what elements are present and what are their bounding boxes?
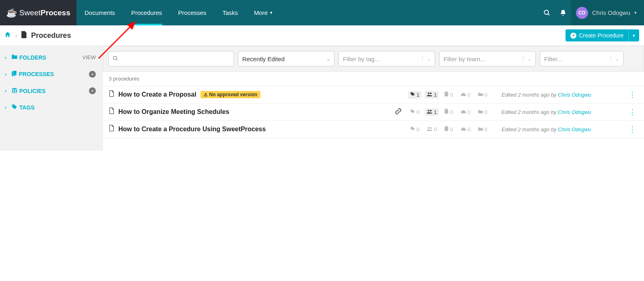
user-menu[interactable]: CO Chris Odogwu ▾ [571, 0, 644, 25]
cloud-icon [460, 109, 466, 115]
svg-rect-17 [445, 127, 448, 131]
tags-icon [11, 104, 18, 111]
author-link[interactable]: Chris Odogwu [558, 109, 591, 115]
metric-people[interactable]: 1 [425, 91, 439, 99]
nav-item-more[interactable]: More▾ [246, 0, 281, 25]
tasks-icon [444, 109, 449, 115]
metric-people[interactable]: 1 [425, 108, 439, 116]
people-icon [427, 109, 433, 115]
row-more-button[interactable]: ⋮ [626, 90, 638, 99]
nav-item-procedures[interactable]: Procedures [123, 0, 170, 25]
row-edited: Edited 2 months ago by Chris Odogwu [502, 92, 622, 98]
svg-rect-9 [445, 92, 448, 97]
document-icon [109, 107, 114, 116]
nav-item-documents[interactable]: Documents [76, 0, 123, 25]
sidebar-item-policies[interactable]: ›POLICIES+ [0, 83, 103, 99]
metric-tasks[interactable]: 0 [442, 91, 455, 99]
chevron-down-icon: ⌄ [523, 56, 531, 62]
metric-cloud[interactable]: 0 [458, 108, 473, 116]
svg-point-15 [428, 127, 429, 128]
metric-tasks[interactable]: 0 [442, 125, 455, 133]
metric-tags[interactable]: 0 [408, 126, 421, 133]
svg-point-12 [430, 110, 431, 111]
metric-folder[interactable]: 0 [476, 108, 489, 116]
logo[interactable]: ☕ SweetProcess [0, 0, 76, 25]
svg-rect-10 [446, 91, 447, 93]
processes-icon [11, 70, 17, 78]
sidebar-item-processes[interactable]: ›PROCESSES+ [0, 66, 103, 83]
search-input[interactable] [122, 56, 229, 62]
sidebar-item-label: TAGS [19, 104, 35, 111]
row-title[interactable]: How to Create a Proposal [118, 91, 196, 98]
chevron-right-icon: › [5, 104, 10, 110]
create-procedure-button[interactable]: + Create Procedure [566, 29, 628, 41]
sidebar-item-left: ›POLICIES [5, 87, 45, 94]
sidebar-item-tags[interactable]: ›TAGS [0, 99, 103, 116]
sidebar-add-button[interactable]: + [89, 71, 96, 78]
author-link[interactable]: Chris Odogwu [558, 92, 591, 98]
layout: ›FOLDERSVIEW›PROCESSES+›POLICIES+›TAGS R… [0, 46, 644, 151]
nav-items: DocumentsProceduresProcessesTasksMore▾ [76, 0, 539, 25]
logo-text: SweetProcess [19, 8, 70, 17]
row-title[interactable]: How to Organize Meeting Schedules [118, 108, 229, 116]
folder-icon [478, 109, 483, 115]
policies-icon [11, 87, 18, 94]
create-dropdown-button[interactable]: ▾ [628, 29, 639, 41]
sidebar-item-folders[interactable]: ›FOLDERSVIEW [0, 49, 103, 66]
warning-icon: ⚠ [204, 92, 208, 97]
main: Recently Edited ⌄ Filter by tag... ⌄ Fil… [103, 46, 644, 151]
nav-item-processes[interactable]: Processes [170, 0, 215, 25]
search-icon[interactable] [539, 0, 555, 25]
breadcrumb-bar: › Procedures + Create Procedure ▾ [0, 25, 644, 46]
avatar: CO [576, 7, 588, 19]
sidebar-add-button[interactable]: + [89, 87, 96, 94]
row-more-button[interactable]: ⋮ [626, 107, 638, 116]
row-more-button[interactable]: ⋮ [626, 125, 638, 134]
people-icon [427, 126, 433, 132]
metric-folder[interactable]: 0 [476, 126, 489, 133]
row-title-wrap: How to Organize Meeting Schedules [109, 107, 229, 116]
metric-folder[interactable]: 0 [476, 91, 489, 99]
metric-tags[interactable]: 1 [408, 91, 421, 99]
chevron-down-icon: ▾ [270, 10, 272, 15]
metric-cloud[interactable]: 0 [458, 126, 473, 133]
nav-item-tasks[interactable]: Tasks [215, 0, 246, 25]
svg-line-6 [116, 59, 118, 60]
search-input-wrap[interactable] [108, 51, 234, 66]
procedure-list: How to Create a Proposal⚠No approved ver… [103, 86, 644, 138]
row-edited: Edited 2 months ago by Chris Odogwu [502, 126, 622, 132]
chevron-down-icon: ⌄ [326, 56, 330, 62]
row-metrics: 11000 [408, 91, 489, 99]
sidebar-view-button[interactable]: VIEW [83, 54, 96, 60]
metric-tags[interactable]: 0 [408, 108, 421, 116]
svg-point-5 [114, 56, 117, 59]
sort-select[interactable]: Recently Edited ⌄ [238, 51, 334, 66]
bell-icon[interactable] [555, 0, 571, 25]
row-title[interactable]: How to Create a Procedure Using SweetPro… [118, 126, 266, 133]
filter-generic-select[interactable]: Filter... ⌄ [540, 51, 623, 66]
filter-tag-select[interactable]: Filter by tag... ⌄ [339, 51, 435, 66]
breadcrumb-separator: › [15, 33, 17, 39]
page-title: Procedures [31, 31, 71, 40]
sidebar-item-left: ›TAGS [5, 104, 35, 111]
cloud-icon [460, 92, 466, 98]
cup-icon: ☕ [6, 8, 17, 18]
svg-line-1 [548, 14, 549, 15]
metric-people[interactable]: 0 [425, 126, 439, 133]
cloud-icon [460, 126, 466, 132]
author-link[interactable]: Chris Odogwu [558, 126, 591, 132]
top-nav: ☕ SweetProcess DocumentsProceduresProces… [0, 0, 644, 25]
link-icon[interactable] [395, 108, 402, 116]
sidebar-item-label: PROCESSES [19, 71, 54, 77]
sidebar-item-label: POLICIES [19, 88, 45, 94]
svg-point-8 [430, 92, 431, 94]
filter-team-select[interactable]: Filter by team... ⌄ [439, 51, 536, 66]
svg-point-16 [430, 127, 431, 128]
home-icon[interactable] [4, 31, 11, 40]
filter-bar: Recently Edited ⌄ Filter by tag... ⌄ Fil… [103, 46, 644, 72]
metric-tasks[interactable]: 0 [442, 108, 455, 116]
table-row: How to Organize Meeting Schedules01000Ed… [103, 103, 644, 121]
metric-cloud[interactable]: 0 [458, 91, 473, 99]
folders-icon [11, 54, 18, 61]
svg-point-7 [428, 92, 429, 94]
